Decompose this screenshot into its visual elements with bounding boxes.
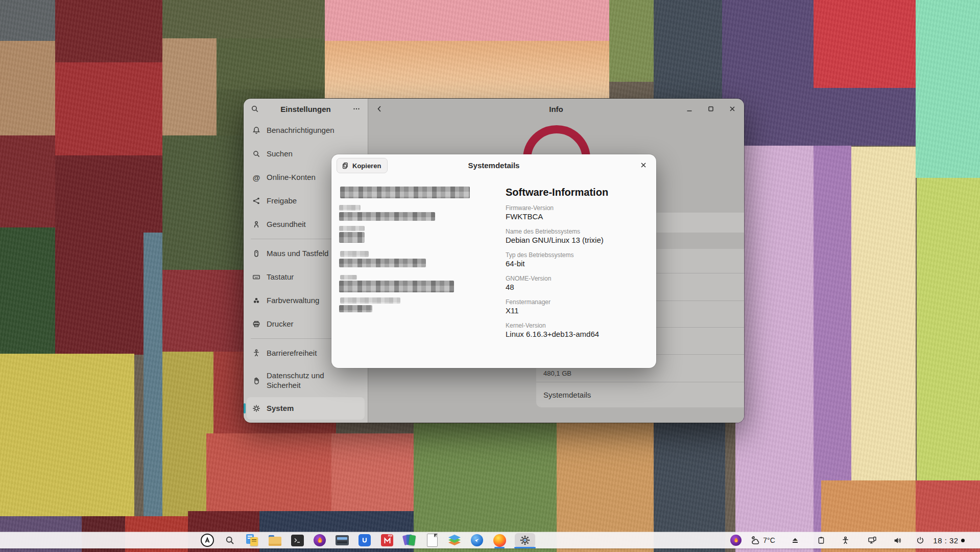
- cards-app-button[interactable]: [402, 533, 417, 547]
- software-section-heading: Software-Information: [506, 186, 650, 198]
- clipboard-button[interactable]: [814, 532, 828, 548]
- firefox-button[interactable]: [492, 533, 507, 547]
- window-title: Einstellungen: [244, 99, 368, 119]
- scanner-icon: [336, 535, 349, 545]
- terminal-app-button[interactable]: [290, 533, 304, 547]
- wallpaper-block: [162, 352, 213, 552]
- redacted-hardware-label: [340, 297, 400, 304]
- wallpaper-block: [0, 227, 55, 355]
- sidebar-item-system[interactable]: System: [247, 397, 365, 420]
- wallpaper-block: [814, 0, 916, 88]
- redacted-hardware-value: [339, 305, 372, 312]
- notes-icon: [246, 534, 258, 546]
- software-label: Firmware-Version: [506, 204, 650, 212]
- software-value: Debian GNU/Linux 13 (trixie): [506, 235, 650, 245]
- redacted-hardware-value: [339, 212, 435, 221]
- wallpaper-block: [0, 0, 55, 41]
- sidebar-item-label: System: [267, 404, 353, 413]
- uget-icon: [358, 534, 371, 546]
- settings-app-button[interactable]: [515, 533, 535, 547]
- software-value: Linux 6.16.3+deb13-amd64: [506, 329, 650, 339]
- redacted-hardware-value: [339, 259, 426, 267]
- taskbar-search-button[interactable]: [223, 533, 237, 547]
- wallpaper-block: [55, 0, 162, 62]
- wallpaper-block: [609, 0, 654, 82]
- weather-temp: 7°C: [763, 536, 775, 544]
- gear-icon: [252, 404, 261, 413]
- taskbar: PDF: [0, 532, 980, 548]
- dialog-title: Systemdetails: [331, 154, 656, 176]
- search-icon: [225, 535, 235, 545]
- redacted-hardware-heading: [340, 187, 470, 198]
- software-information-section: Software-Information Firmware-Version FW…: [506, 186, 650, 346]
- printer-icon: [252, 319, 261, 329]
- software-pair: Fenstermanager X11: [506, 298, 650, 315]
- scanner-app-button[interactable]: [335, 533, 349, 547]
- wallpaper-block: [144, 233, 162, 552]
- software-pair: Name des Betriebssystems Debian GNU/Linu…: [506, 228, 650, 245]
- display-applet-button[interactable]: [865, 532, 879, 548]
- notes-app-button[interactable]: [245, 533, 259, 547]
- flame-icon: [314, 534, 326, 546]
- thunderbird-button[interactable]: [470, 533, 484, 547]
- pdf-editor-button[interactable]: PDF: [380, 533, 394, 547]
- flame-browser-button[interactable]: [313, 533, 327, 547]
- wallpaper-block: [0, 354, 134, 552]
- gear-icon: [519, 535, 531, 546]
- eject-button[interactable]: [788, 532, 802, 548]
- clock-applet[interactable]: 18 : 32: [931, 532, 960, 548]
- health-icon: [252, 220, 261, 229]
- accessibility-menu-button[interactable]: [838, 532, 852, 548]
- systemdetails-dialog: Kopieren Systemdetails Software-Informat…: [331, 154, 656, 368]
- close-icon: [729, 105, 736, 112]
- wallpaper-block: [55, 155, 162, 355]
- wallpaper-block: [162, 270, 244, 352]
- clock-text: 18 : 32: [933, 536, 958, 545]
- notification-dot-icon: [961, 539, 965, 542]
- close-icon: [640, 162, 647, 169]
- software-label: Typ des Betriebssystems: [506, 251, 650, 259]
- volume-icon: [893, 536, 902, 545]
- at-icon: @: [252, 173, 261, 182]
- software-pair: Typ des Betriebssystems 64-bit: [506, 251, 650, 268]
- maximize-icon: [707, 105, 714, 112]
- redacted-hardware-label: [340, 251, 369, 257]
- keyboard-icon: [252, 272, 261, 282]
- weather-applet[interactable]: 7°C: [745, 532, 781, 548]
- wallpaper-block: [851, 147, 916, 480]
- sidebar-item-benachrichtigungen[interactable]: Benachrichtigungen: [247, 119, 365, 142]
- pdf-m-icon: PDF: [381, 534, 393, 546]
- active-indicator: [514, 547, 536, 548]
- wallpaper-block: [325, 0, 609, 41]
- sidebar-item-datenschutz[interactable]: Datenschutz und Sicherheit: [247, 365, 365, 396]
- accessibility-icon: [841, 536, 850, 545]
- software-value: 64-bit: [506, 259, 650, 268]
- display-icon: [868, 536, 877, 545]
- wallpaper-block: [0, 135, 55, 227]
- files-app-button[interactable]: [268, 533, 282, 547]
- wallpaper-block: [917, 178, 980, 480]
- software-value: X11: [506, 306, 650, 315]
- layers-app-button[interactable]: [447, 533, 462, 547]
- volume-button[interactable]: [890, 532, 904, 548]
- libreoffice-button[interactable]: [425, 533, 439, 547]
- systemdetails-row[interactable]: Systemdetails: [536, 382, 744, 407]
- privacy-hand-icon: [252, 376, 261, 385]
- software-value: FWKTBCA: [506, 212, 650, 221]
- software-label: Kernel-Version: [506, 322, 650, 329]
- sidebar-item-label: Datenschutz und Sicherheit: [267, 371, 353, 390]
- power-button[interactable]: [913, 532, 927, 548]
- wallpaper-block: [162, 0, 325, 38]
- dialog-close-button[interactable]: [637, 158, 650, 172]
- tray-flame-button[interactable]: [729, 532, 743, 548]
- close-button[interactable]: [728, 104, 737, 113]
- wallpaper-block: [814, 146, 851, 552]
- uget-downloader-button[interactable]: [357, 533, 372, 547]
- taskbar-apps: PDF: [200, 532, 535, 548]
- terminal-icon: [291, 535, 304, 546]
- minimize-button[interactable]: [685, 104, 694, 113]
- app-launcher-button[interactable]: [200, 533, 214, 547]
- share-icon: [252, 196, 261, 205]
- wallpaper-block: [735, 146, 814, 552]
- maximize-button[interactable]: [706, 104, 715, 113]
